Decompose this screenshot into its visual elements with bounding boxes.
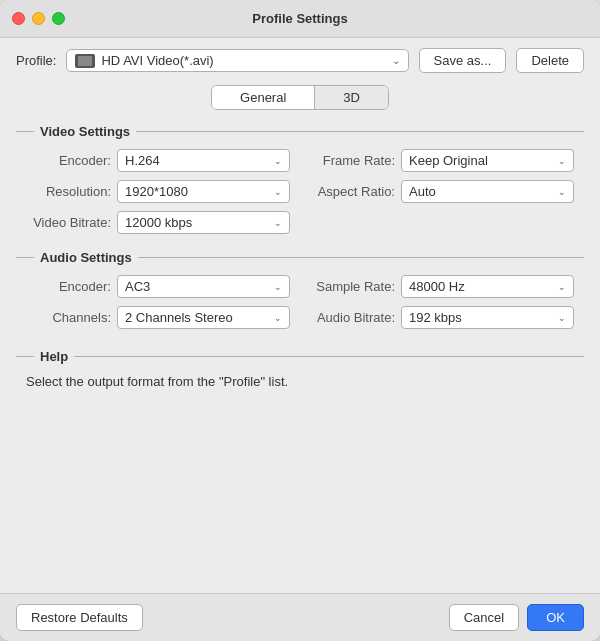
section-line-left bbox=[16, 131, 34, 132]
frame-rate-value: Keep Original bbox=[409, 153, 558, 168]
video-settings-header: Video Settings bbox=[16, 124, 584, 139]
audio-bitrate-arrow: ⌄ bbox=[558, 313, 566, 323]
audio-section-line-left bbox=[16, 257, 34, 258]
bitrate-value: 12000 kbps bbox=[125, 215, 274, 230]
encoder-label: Encoder: bbox=[26, 153, 111, 168]
profile-label: Profile: bbox=[16, 53, 56, 68]
help-text: Select the output format from the "Profi… bbox=[16, 374, 584, 389]
audio-fields: Encoder: AC3 ⌄ Sample Rate: 48000 Hz ⌄ C… bbox=[16, 275, 584, 329]
encoder-arrow: ⌄ bbox=[274, 156, 282, 166]
frame-rate-label: Frame Rate: bbox=[310, 153, 395, 168]
sample-rate-label: Sample Rate: bbox=[310, 279, 395, 294]
video-settings-section: Video Settings Encoder: H.264 ⌄ Frame Ra… bbox=[16, 124, 584, 234]
frame-rate-arrow: ⌄ bbox=[558, 156, 566, 166]
audio-settings-section: Audio Settings Encoder: AC3 ⌄ Sample Rat… bbox=[16, 250, 584, 329]
audio-encoder-row: Encoder: AC3 ⌄ bbox=[26, 275, 290, 298]
video-fields: Encoder: H.264 ⌄ Frame Rate: Keep Origin… bbox=[16, 149, 584, 234]
title-bar: Profile Settings bbox=[0, 0, 600, 38]
cancel-button[interactable]: Cancel bbox=[449, 604, 519, 631]
audio-encoder-label: Encoder: bbox=[26, 279, 111, 294]
resolution-arrow: ⌄ bbox=[274, 187, 282, 197]
channels-label: Channels: bbox=[26, 310, 111, 325]
video-settings-title: Video Settings bbox=[40, 124, 130, 139]
channels-arrow: ⌄ bbox=[274, 313, 282, 323]
sample-rate-row: Sample Rate: 48000 Hz ⌄ bbox=[310, 275, 574, 298]
help-section-line-right bbox=[74, 356, 584, 357]
save-as-button[interactable]: Save as... bbox=[419, 48, 507, 73]
help-header: Help bbox=[16, 349, 584, 364]
aspect-ratio-row: Aspect Ratio: Auto ⌄ bbox=[310, 180, 574, 203]
audio-bitrate-label: Audio Bitrate: bbox=[310, 310, 395, 325]
audio-encoder-value: AC3 bbox=[125, 279, 274, 294]
resolution-label: Resolution: bbox=[26, 184, 111, 199]
aspect-ratio-select[interactable]: Auto ⌄ bbox=[401, 180, 574, 203]
bitrate-arrow: ⌄ bbox=[274, 218, 282, 228]
bottom-right-buttons: Cancel OK bbox=[449, 604, 584, 631]
encoder-value: H.264 bbox=[125, 153, 274, 168]
help-title: Help bbox=[40, 349, 68, 364]
channels-row: Channels: 2 Channels Stereo ⌄ bbox=[26, 306, 290, 329]
aspect-ratio-label: Aspect Ratio: bbox=[310, 184, 395, 199]
maximize-button[interactable] bbox=[52, 12, 65, 25]
frame-rate-row: Frame Rate: Keep Original ⌄ bbox=[310, 149, 574, 172]
channels-value: 2 Channels Stereo bbox=[125, 310, 274, 325]
profile-select[interactable]: HD AVI Video(*.avi) ⌄ bbox=[66, 49, 408, 72]
aspect-ratio-value: Auto bbox=[409, 184, 558, 199]
tab-3d[interactable]: 3D bbox=[314, 86, 388, 109]
audio-encoder-arrow: ⌄ bbox=[274, 282, 282, 292]
tabs-row: General 3D bbox=[16, 85, 584, 110]
frame-rate-select[interactable]: Keep Original ⌄ bbox=[401, 149, 574, 172]
profile-icon bbox=[75, 54, 95, 68]
bitrate-row: Video Bitrate: 12000 kbps ⌄ bbox=[26, 211, 290, 234]
audio-settings-title: Audio Settings bbox=[40, 250, 132, 265]
profile-value: HD AVI Video(*.avi) bbox=[101, 53, 387, 68]
restore-defaults-button[interactable]: Restore Defaults bbox=[16, 604, 143, 631]
aspect-ratio-arrow: ⌄ bbox=[558, 187, 566, 197]
help-section: Help Select the output format from the "… bbox=[16, 349, 584, 389]
bitrate-label: Video Bitrate: bbox=[26, 215, 111, 230]
tab-group: General 3D bbox=[211, 85, 389, 110]
encoder-row: Encoder: H.264 ⌄ bbox=[26, 149, 290, 172]
audio-bitrate-select[interactable]: 192 kbps ⌄ bbox=[401, 306, 574, 329]
resolution-row: Resolution: 1920*1080 ⌄ bbox=[26, 180, 290, 203]
audio-settings-header: Audio Settings bbox=[16, 250, 584, 265]
window-title: Profile Settings bbox=[252, 11, 347, 26]
resolution-value: 1920*1080 bbox=[125, 184, 274, 199]
bitrate-select[interactable]: 12000 kbps ⌄ bbox=[117, 211, 290, 234]
audio-encoder-select[interactable]: AC3 ⌄ bbox=[117, 275, 290, 298]
sample-rate-arrow: ⌄ bbox=[558, 282, 566, 292]
window: Profile Settings Profile: HD AVI Video(*… bbox=[0, 0, 600, 641]
traffic-lights bbox=[12, 12, 65, 25]
content-area: Profile: HD AVI Video(*.avi) ⌄ Save as..… bbox=[0, 38, 600, 593]
profile-dropdown-arrow: ⌄ bbox=[392, 55, 400, 66]
minimize-button[interactable] bbox=[32, 12, 45, 25]
tab-general[interactable]: General bbox=[212, 86, 314, 109]
audio-section-line-right bbox=[138, 257, 584, 258]
delete-button[interactable]: Delete bbox=[516, 48, 584, 73]
section-line-right bbox=[136, 131, 584, 132]
profile-row: Profile: HD AVI Video(*.avi) ⌄ Save as..… bbox=[16, 48, 584, 73]
sample-rate-select[interactable]: 48000 Hz ⌄ bbox=[401, 275, 574, 298]
help-section-line-left bbox=[16, 356, 34, 357]
encoder-select[interactable]: H.264 ⌄ bbox=[117, 149, 290, 172]
audio-bitrate-value: 192 kbps bbox=[409, 310, 558, 325]
bottom-bar: Restore Defaults Cancel OK bbox=[0, 593, 600, 641]
ok-button[interactable]: OK bbox=[527, 604, 584, 631]
close-button[interactable] bbox=[12, 12, 25, 25]
channels-select[interactable]: 2 Channels Stereo ⌄ bbox=[117, 306, 290, 329]
resolution-select[interactable]: 1920*1080 ⌄ bbox=[117, 180, 290, 203]
sample-rate-value: 48000 Hz bbox=[409, 279, 558, 294]
audio-bitrate-row: Audio Bitrate: 192 kbps ⌄ bbox=[310, 306, 574, 329]
